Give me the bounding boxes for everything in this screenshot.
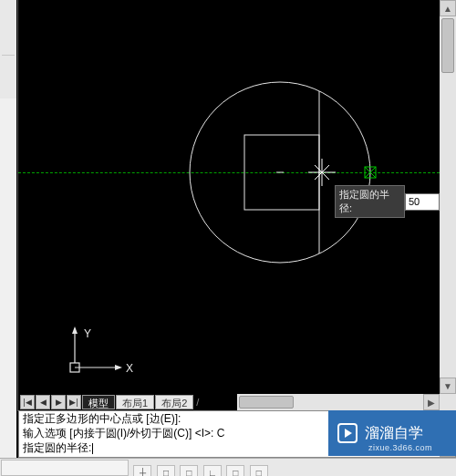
scroll-corner xyxy=(440,394,456,410)
scroll-thumb-horizontal[interactable] xyxy=(239,396,294,409)
tab-nav-prev[interactable]: ◀ xyxy=(36,395,50,409)
ucs-x-label: X xyxy=(126,362,133,375)
scroll-up-button[interactable]: ▲ xyxy=(440,0,456,16)
watermark-brand: 溜溜自学 xyxy=(365,424,423,443)
scroll-right-button[interactable]: ▶ xyxy=(423,394,440,410)
divider xyxy=(2,55,15,56)
tab-more-indicator: / xyxy=(196,397,199,408)
left-ruler xyxy=(0,98,16,476)
status-toggle[interactable]: □ xyxy=(226,465,244,476)
status-bar: ┼ □ □ ∟ □ □ xyxy=(0,458,456,476)
dynamic-input-field[interactable] xyxy=(405,193,440,211)
crosshair-cursor xyxy=(308,159,336,186)
layout-tab-strip: |◀ ◀ ▶ ▶| 模型 布局1 布局2 / xyxy=(20,394,199,410)
dynamic-input: 指定圆的半径: xyxy=(335,185,440,218)
tab-nav-last[interactable]: ▶| xyxy=(67,395,81,409)
tab-layout2[interactable]: 布局2 xyxy=(155,395,193,409)
watermark-logo: 溜溜自学 zixue.3d66.com xyxy=(328,410,456,456)
drawing-viewport[interactable]: Y X 指定圆的半径: ▲ ▼ ▶ |◀ ◀ ▶ ▶| 模型 布局1 布局2 / xyxy=(18,0,456,410)
ucs-icon xyxy=(70,326,122,372)
viewport-scrollbar-horizontal[interactable]: ▶ xyxy=(237,394,440,410)
status-coords xyxy=(1,460,129,476)
watermark-url: zixue.3d66.com xyxy=(368,443,432,452)
drawing-canvas[interactable]: Y X 指定圆的半径: xyxy=(18,0,440,394)
status-toggle[interactable]: □ xyxy=(250,465,268,476)
tab-layout1[interactable]: 布局1 xyxy=(116,395,154,409)
scroll-thumb-vertical[interactable] xyxy=(441,18,454,73)
tab-nav-first[interactable]: |◀ xyxy=(20,395,35,409)
status-toggle[interactable]: □ xyxy=(180,465,198,476)
viewport-scrollbar-vertical[interactable]: ▲ ▼ xyxy=(440,0,456,394)
tab-nav-next[interactable]: ▶ xyxy=(51,395,66,409)
svg-marker-12 xyxy=(115,365,122,370)
ucs-y-label: Y xyxy=(84,327,91,340)
tab-model[interactable]: 模型 xyxy=(82,395,115,409)
scroll-down-button[interactable]: ▼ xyxy=(440,378,456,394)
status-toggle[interactable]: □ xyxy=(157,465,175,476)
dynamic-input-label: 指定圆的半径: xyxy=(335,185,405,218)
svg-marker-11 xyxy=(72,326,78,334)
status-toggle[interactable]: ┼ xyxy=(133,465,151,476)
play-icon xyxy=(337,423,358,443)
status-toggle[interactable]: ∟ xyxy=(203,465,222,476)
